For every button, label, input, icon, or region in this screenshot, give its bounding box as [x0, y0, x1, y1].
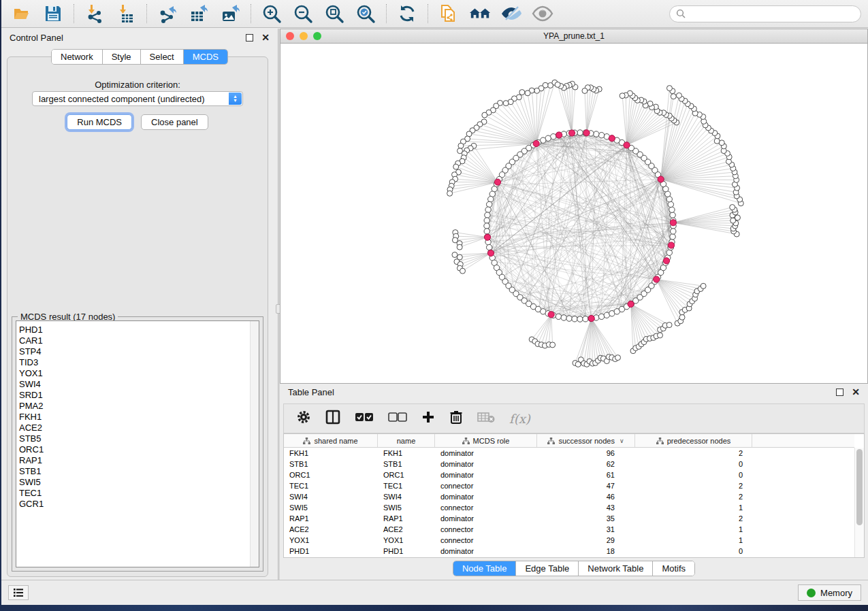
- mcds-result-item[interactable]: CAR1: [16, 335, 259, 346]
- cell-successor_nodes[interactable]: 18: [537, 547, 635, 555]
- table-row[interactable]: YOX1YOX1connector291: [284, 535, 854, 546]
- export-image-icon[interactable]: [219, 3, 241, 24]
- first-neighbors-icon[interactable]: [469, 3, 491, 24]
- export-table-icon[interactable]: [188, 3, 210, 24]
- select-all-icon[interactable]: [355, 412, 374, 425]
- mcds-result-item[interactable]: STB1: [16, 466, 259, 477]
- float-table-panel-icon[interactable]: [836, 389, 843, 396]
- cell-mcds_role[interactable]: dominator: [435, 471, 537, 479]
- float-panel-icon[interactable]: [246, 34, 253, 42]
- memory-button[interactable]: Memory: [798, 584, 861, 601]
- cell-successor_nodes[interactable]: 29: [537, 536, 635, 544]
- import-table-icon[interactable]: [115, 3, 137, 24]
- mcds-result-item[interactable]: TEC1: [16, 488, 259, 499]
- cell-shared_name[interactable]: FKH1: [284, 449, 378, 457]
- table-scrollbar-thumb[interactable]: [856, 449, 863, 525]
- cell-predecessor_nodes[interactable]: 1: [635, 525, 752, 533]
- cell-predecessor_nodes[interactable]: 2: [635, 514, 752, 523]
- cell-predecessor_nodes[interactable]: 0: [635, 460, 752, 468]
- mcds-list-scrollbar[interactable]: [250, 321, 259, 567]
- optimization-criterion-dropdown[interactable]: largest connected component (undirected)…: [32, 91, 243, 106]
- tab-mcds[interactable]: MCDS: [183, 50, 227, 64]
- duplicate-network-icon[interactable]: [438, 3, 460, 24]
- search-box[interactable]: [669, 5, 861, 22]
- cell-predecessor_nodes[interactable]: 2: [635, 493, 752, 501]
- cell-name[interactable]: SWI5: [378, 503, 435, 512]
- column-header-shared-name[interactable]: shared name: [284, 434, 378, 447]
- mcds-result-item[interactable]: FKH1: [16, 412, 259, 423]
- column-header-predecessor-nodes[interactable]: predecessor nodes: [635, 434, 752, 447]
- cell-successor_nodes[interactable]: 61: [537, 471, 635, 479]
- mcds-result-item[interactable]: SRD1: [16, 390, 259, 401]
- cell-mcds_role[interactable]: connector: [435, 503, 537, 512]
- table-row[interactable]: ORC1ORC1dominator610: [284, 469, 854, 480]
- deselect-all-icon[interactable]: [388, 412, 407, 425]
- cell-successor_nodes[interactable]: 47: [537, 482, 635, 490]
- network-canvas[interactable]: [280, 44, 867, 383]
- mcds-result-item[interactable]: ACE2: [16, 423, 259, 433]
- cell-predecessor_nodes[interactable]: 0: [635, 547, 752, 555]
- cell-name[interactable]: FKH1: [378, 449, 435, 457]
- mcds-result-item[interactable]: PHD1: [16, 325, 259, 335]
- cell-name[interactable]: STB1: [378, 460, 435, 468]
- column-header-successor-nodes[interactable]: successor nodes∨: [537, 434, 635, 447]
- column-header-MCDS-role[interactable]: MCDS role: [435, 434, 537, 447]
- save-session-icon[interactable]: [42, 3, 64, 24]
- mcds-result-item[interactable]: SWI5: [16, 477, 259, 488]
- tab-select[interactable]: Select: [140, 50, 183, 64]
- open-file-icon[interactable]: [11, 3, 33, 24]
- column-header-name[interactable]: name: [378, 434, 435, 447]
- cell-successor_nodes[interactable]: 35: [537, 514, 635, 523]
- close-panel-button[interactable]: Close panel: [141, 114, 208, 130]
- table-row[interactable]: SWI5SWI5connector431: [284, 502, 854, 513]
- tab-edge-table[interactable]: Edge Table: [515, 561, 578, 576]
- run-mcds-button[interactable]: Run MCDS: [67, 114, 132, 130]
- mcds-result-item[interactable]: ORC1: [16, 444, 259, 455]
- cell-shared_name[interactable]: SWI4: [284, 493, 378, 501]
- cell-mcds_role[interactable]: dominator: [435, 460, 537, 468]
- zoom-fit-icon[interactable]: [323, 3, 345, 24]
- cell-name[interactable]: TEC1: [378, 482, 435, 490]
- table-row[interactable]: FKH1FKH1dominator962: [284, 448, 854, 459]
- table-row[interactable]: RAP1RAP1dominator352: [284, 513, 854, 524]
- cell-shared_name[interactable]: YOX1: [284, 536, 378, 544]
- table-scrollbar[interactable]: [854, 448, 864, 557]
- cell-shared_name[interactable]: PHD1: [284, 547, 378, 555]
- mcds-result-item[interactable]: RAP1: [16, 455, 259, 466]
- cell-name[interactable]: PHD1: [378, 547, 435, 555]
- hide-selected-icon[interactable]: [500, 3, 522, 24]
- cell-shared_name[interactable]: SWI5: [284, 503, 378, 512]
- cell-mcds_role[interactable]: dominator: [435, 493, 537, 501]
- mcds-result-item[interactable]: TID3: [16, 357, 259, 368]
- cell-successor_nodes[interactable]: 43: [537, 503, 635, 512]
- table-row[interactable]: ACE2ACE2connector311: [284, 524, 854, 535]
- mcds-result-item[interactable]: YOX1: [16, 368, 259, 379]
- cell-predecessor_nodes[interactable]: 1: [635, 503, 752, 512]
- refresh-view-icon[interactable]: [396, 3, 418, 24]
- mcds-result-item[interactable]: GCR1: [16, 499, 259, 510]
- cell-successor_nodes[interactable]: 96: [537, 449, 635, 457]
- cell-mcds_role[interactable]: connector: [435, 525, 537, 533]
- export-network-icon[interactable]: [157, 3, 178, 24]
- cell-predecessor_nodes[interactable]: 1: [635, 536, 752, 544]
- cell-name[interactable]: YOX1: [378, 536, 435, 544]
- cell-successor_nodes[interactable]: 31: [537, 525, 635, 533]
- tab-node-table[interactable]: Node Table: [453, 561, 516, 576]
- show-all-icon[interactable]: [532, 3, 553, 24]
- cell-mcds_role[interactable]: connector: [435, 482, 537, 490]
- zoom-selected-icon[interactable]: [355, 3, 376, 24]
- network-graph[interactable]: [280, 44, 868, 383]
- add-row-icon[interactable]: [421, 410, 435, 427]
- cell-shared_name[interactable]: ORC1: [284, 471, 378, 479]
- table-row[interactable]: STB1STB1dominator620: [284, 459, 854, 469]
- cell-predecessor_nodes[interactable]: 2: [635, 449, 752, 457]
- cell-name[interactable]: RAP1: [378, 514, 435, 523]
- cell-mcds_role[interactable]: connector: [435, 536, 537, 544]
- cell-successor_nodes[interactable]: 46: [537, 493, 635, 501]
- cell-predecessor_nodes[interactable]: 0: [635, 471, 752, 479]
- cell-shared_name[interactable]: ACE2: [284, 525, 378, 533]
- mcds-result-item[interactable]: STB5: [16, 433, 259, 444]
- table-row[interactable]: TEC1TEC1connector472: [284, 480, 854, 491]
- mcds-result-list[interactable]: PHD1CAR1STP4TID3YOX1SWI4SRD1PMA2FKH1ACE2…: [16, 320, 259, 567]
- cell-mcds_role[interactable]: dominator: [435, 547, 537, 555]
